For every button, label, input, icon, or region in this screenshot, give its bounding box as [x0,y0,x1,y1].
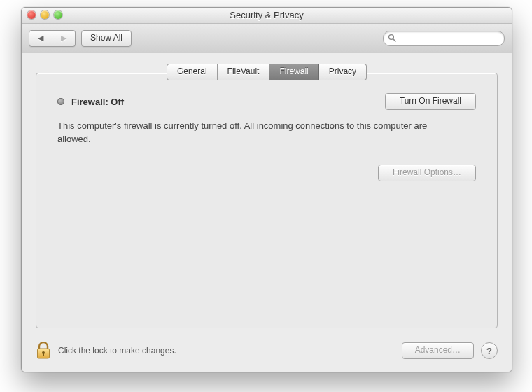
nav-segment: ◀ ▶ [29,30,76,47]
status-indicator-icon [57,98,64,105]
firewall-options-button[interactable]: Firewall Options… [378,164,476,181]
lock-icon[interactable] [36,342,51,360]
svg-line-1 [393,38,396,41]
tabs: General FileVault Firewall Privacy [22,64,512,82]
prefs-window: Security & Privacy ◀ ▶ Show All General … [21,7,512,372]
footer: Click the lock to make changes. Advanced… [36,338,498,363]
titlebar[interactable]: Security & Privacy [22,8,512,24]
search-icon [388,34,396,44]
tab-firewall[interactable]: Firewall [270,64,318,80]
svg-rect-4 [43,353,44,356]
minimize-icon[interactable] [41,10,49,19]
advanced-button[interactable]: Advanced… [402,342,474,359]
back-button[interactable]: ◀ [29,30,52,47]
window-body: General FileVault Firewall Privacy Firew… [22,53,512,372]
search-field[interactable] [383,31,505,46]
chevron-right-icon: ▶ [61,34,66,42]
search-input[interactable] [399,33,507,44]
tab-general[interactable]: General [167,64,218,80]
close-icon[interactable] [27,10,36,19]
lock-message: Click the lock to make changes. [58,346,395,356]
firewall-status: Firewall: Off [71,97,124,107]
zoom-icon[interactable] [54,10,62,19]
toolbar: ◀ ▶ Show All [22,24,512,54]
firewall-description: This computer's firewall is currently tu… [57,120,449,146]
window-title: Security & Privacy [230,10,303,20]
chevron-left-icon: ◀ [38,34,43,42]
tab-privacy[interactable]: Privacy [319,64,367,80]
help-button[interactable]: ? [481,342,498,359]
help-icon: ? [486,346,492,356]
forward-button[interactable]: ▶ [52,30,76,47]
tab-filevault[interactable]: FileVault [218,64,270,80]
window-controls [27,10,62,19]
show-all-button[interactable]: Show All [81,30,132,47]
tab-content: Firewall: Off Turn On Firewall This comp… [36,73,498,328]
turn-on-firewall-button[interactable]: Turn On Firewall [385,93,476,110]
